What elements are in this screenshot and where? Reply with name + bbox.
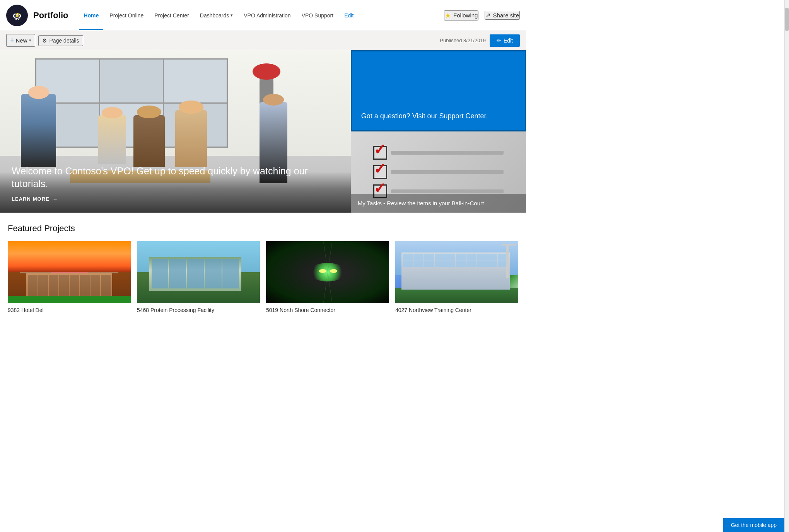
share-label: Share site (493, 12, 519, 19)
project-card-hotel-del[interactable]: 9382 Hotel Del (8, 241, 131, 315)
toolbar-left: + New ▾ ⚙ Page details (6, 34, 83, 47)
star-icon: ★ (445, 11, 451, 20)
edit-page-button[interactable]: ✏ Edit (490, 34, 520, 47)
page-details-button[interactable]: ⚙ Page details (38, 35, 83, 46)
nav-item-project-online[interactable]: Project Online (105, 9, 148, 22)
projects-grid: 9382 Hotel Del 5468 Protein Proc (8, 241, 518, 315)
hero-tile-support[interactable]: Got a question? Visit our Support Center… (351, 50, 526, 131)
edit-label: Edit (504, 38, 513, 44)
support-tile-text: Got a question? Visit our Support Center… (361, 111, 488, 121)
nav-item-project-center[interactable]: Project Center (150, 9, 193, 22)
following-label: Following (453, 12, 478, 19)
hero-tile-tasks[interactable]: ✓ ✓ ✓ (351, 131, 526, 213)
project-name-connector: 5019 North Shore Connector (266, 303, 389, 315)
share-site-button[interactable]: ↗ Share site (485, 11, 520, 20)
site-logo[interactable]: VPO (6, 5, 28, 26)
site-title: Portfolio (33, 10, 68, 20)
logo-icon: VPO (11, 9, 23, 22)
nav-item-home[interactable]: Home (79, 9, 103, 22)
svg-text:VPO: VPO (14, 17, 20, 20)
hero-main-title: Welcome to Contoso's VPO! Get up to spee… (12, 165, 339, 191)
new-button[interactable]: + New ▾ (6, 34, 35, 47)
project-card-protein[interactable]: 5468 Protein Processing Facility (137, 241, 260, 315)
toolbar: + New ▾ ⚙ Page details Published 8/21/20… (0, 31, 526, 50)
pencil-icon: ✏ (497, 38, 501, 44)
project-card-training[interactable]: 4027 Northview Training Center (395, 241, 518, 315)
featured-projects-section: Featured Projects (0, 213, 526, 315)
project-name-hotel-del: 9382 Hotel Del (8, 303, 131, 315)
published-date: Published 8/21/2019 (440, 38, 486, 43)
project-name-protein: 5468 Protein Processing Facility (137, 303, 260, 315)
tasks-tile-text: My Tasks - Review the items in your Ball… (358, 199, 519, 207)
chevron-down-icon: ▾ (231, 13, 233, 18)
header: VPO Portfolio Home Project Online Projec… (0, 0, 526, 31)
nav-item-vpo-support[interactable]: VPO Support (297, 9, 338, 22)
new-label: New (16, 37, 27, 44)
nav-item-edit[interactable]: Edit (340, 9, 358, 22)
share-icon: ↗ (485, 12, 490, 19)
page-details-label: Page details (50, 38, 79, 44)
hero-main-tile[interactable]: Welcome to Contoso's VPO! Get up to spee… (0, 50, 351, 213)
learn-more-link[interactable]: LEARN MORE → (12, 196, 339, 202)
new-chevron-icon: ▾ (29, 38, 31, 43)
plus-icon: + (10, 36, 14, 44)
toolbar-right: Published 8/21/2019 ✏ Edit (440, 34, 520, 47)
header-actions: ★ Following ↗ Share site (444, 10, 520, 20)
hero-section: Welcome to Contoso's VPO! Get up to spee… (0, 50, 526, 213)
project-card-connector[interactable]: 5019 North Shore Connector (266, 241, 389, 315)
arrow-icon: → (53, 196, 58, 202)
gear-icon: ⚙ (42, 38, 47, 44)
project-name-training: 4027 Northview Training Center (395, 303, 518, 315)
main-nav: Home Project Online Project Center Dashb… (79, 9, 444, 22)
nav-item-vpo-admin[interactable]: VPO Administration (239, 9, 295, 22)
featured-title: Featured Projects (8, 223, 518, 234)
following-button[interactable]: ★ Following (444, 10, 478, 20)
nav-item-dashboards[interactable]: Dashboards ▾ (195, 9, 238, 22)
